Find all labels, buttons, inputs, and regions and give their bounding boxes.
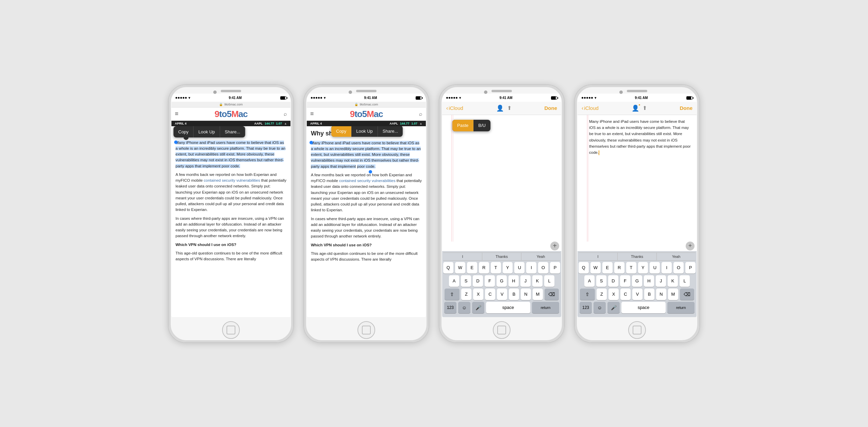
key-p-3[interactable]: P bbox=[550, 262, 560, 274]
key-e-3[interactable]: E bbox=[467, 262, 477, 274]
key-f-4[interactable]: F bbox=[620, 275, 630, 287]
done-button-4[interactable]: Done bbox=[680, 105, 692, 111]
key-t-4[interactable]: T bbox=[626, 262, 636, 274]
suggestion-i-3[interactable]: I bbox=[443, 253, 482, 260]
paste-menu-3[interactable]: Paste B/U bbox=[452, 120, 490, 132]
key-x-3[interactable]: X bbox=[473, 289, 483, 300]
link-text-1[interactable]: contained security vulnerabilities bbox=[204, 178, 260, 182]
key-q-3[interactable]: Q bbox=[443, 262, 453, 274]
key-j-3[interactable]: J bbox=[520, 275, 531, 287]
copy-button-2[interactable]: Copy bbox=[331, 126, 351, 137]
key-r-4[interactable]: R bbox=[614, 262, 624, 274]
share-button-2[interactable]: Share... bbox=[378, 126, 403, 137]
key-u-4[interactable]: U bbox=[650, 262, 660, 274]
key-n-4[interactable]: N bbox=[656, 289, 666, 300]
key-t-3[interactable]: T bbox=[491, 262, 501, 274]
key-num-4[interactable]: 123 bbox=[580, 302, 592, 313]
key-q-4[interactable]: Q bbox=[579, 262, 589, 274]
key-f-3[interactable]: F bbox=[485, 275, 495, 287]
key-i-4[interactable]: I bbox=[662, 262, 672, 274]
add-button-4[interactable]: + bbox=[686, 242, 695, 250]
key-i-3[interactable]: I bbox=[526, 262, 536, 274]
key-s-3[interactable]: S bbox=[461, 275, 471, 287]
home-button-1[interactable] bbox=[222, 321, 240, 339]
key-mic-4[interactable]: 🎤 bbox=[607, 302, 620, 313]
notes-content-3[interactable]: Paste B/U bbox=[442, 115, 561, 242]
key-m-4[interactable]: M bbox=[668, 289, 678, 300]
key-space-3[interactable]: space bbox=[486, 302, 530, 313]
key-x-4[interactable]: X bbox=[608, 289, 619, 300]
link-text-2[interactable]: contained security vulnerabilities bbox=[339, 179, 396, 183]
suggestion-i-4[interactable]: I bbox=[579, 253, 618, 260]
share-button-1[interactable]: Share... bbox=[220, 126, 246, 138]
key-y-4[interactable]: Y bbox=[638, 262, 648, 274]
key-m-3[interactable]: M bbox=[533, 289, 543, 300]
suggestion-yeah-3[interactable]: Yeah bbox=[521, 253, 560, 260]
key-w-3[interactable]: W bbox=[455, 262, 465, 274]
suggestion-yeah-4[interactable]: Yeah bbox=[657, 253, 696, 260]
key-n-3[interactable]: N bbox=[521, 289, 531, 300]
key-a-4[interactable]: A bbox=[584, 275, 595, 287]
bold-italic-underline-3[interactable]: B/U bbox=[473, 120, 490, 132]
key-e-4[interactable]: E bbox=[602, 262, 613, 274]
menu-icon-2[interactable]: ≡ bbox=[310, 110, 314, 117]
key-delete-3[interactable]: ⌫ bbox=[545, 289, 559, 300]
home-button-2[interactable] bbox=[357, 321, 375, 339]
context-menu-1[interactable]: Copy Look Up Share... bbox=[173, 126, 245, 138]
person-icon-3[interactable]: 👤 bbox=[496, 104, 504, 112]
context-menu-2[interactable]: Copy Look Up Share... bbox=[331, 126, 403, 137]
back-button-4[interactable]: ‹ iCloud bbox=[582, 105, 599, 111]
key-h-4[interactable]: H bbox=[644, 275, 654, 287]
key-g-3[interactable]: G bbox=[497, 275, 507, 287]
share-icon-3[interactable]: ⬆ bbox=[507, 105, 512, 111]
menu-icon-1[interactable]: ≡ bbox=[175, 110, 179, 117]
search-icon-1[interactable]: ⌕ bbox=[284, 111, 287, 117]
key-p-4[interactable]: P bbox=[685, 262, 696, 274]
key-y-3[interactable]: Y bbox=[503, 262, 513, 274]
lookup-button-1[interactable]: Look Up bbox=[194, 126, 220, 138]
key-num-3[interactable]: 123 bbox=[444, 302, 456, 313]
key-delete-4[interactable]: ⌫ bbox=[680, 289, 694, 300]
key-u-3[interactable]: U bbox=[514, 262, 524, 274]
key-d-4[interactable]: D bbox=[608, 275, 618, 287]
key-emoji-3[interactable]: ☺ bbox=[458, 302, 470, 313]
key-k-3[interactable]: K bbox=[532, 275, 542, 287]
key-space-4[interactable]: space bbox=[621, 302, 666, 313]
key-shift-4[interactable]: ⇧ bbox=[580, 289, 595, 300]
key-z-4[interactable]: Z bbox=[597, 289, 607, 300]
share-icon-4[interactable]: ⬆ bbox=[642, 105, 647, 111]
key-l-4[interactable]: L bbox=[680, 275, 690, 287]
home-button-4[interactable] bbox=[628, 321, 646, 339]
key-o-3[interactable]: O bbox=[538, 262, 548, 274]
suggestion-thanks-3[interactable]: Thanks bbox=[482, 253, 521, 260]
key-l-3[interactable]: L bbox=[544, 275, 554, 287]
key-return-4[interactable]: return bbox=[667, 302, 695, 313]
add-button-3[interactable]: + bbox=[550, 242, 559, 250]
home-button-3[interactable] bbox=[493, 321, 511, 339]
back-button-3[interactable]: ‹ iCloud bbox=[446, 105, 463, 111]
person-badge-icon-4[interactable]: 👤● bbox=[632, 104, 639, 112]
notes-content-4[interactable]: Many iPhone and iPad users have come to … bbox=[578, 115, 697, 242]
key-h-3[interactable]: H bbox=[508, 275, 519, 287]
key-b-4[interactable]: B bbox=[644, 289, 654, 300]
key-a-3[interactable]: A bbox=[449, 275, 459, 287]
key-c-4[interactable]: C bbox=[620, 289, 631, 300]
key-v-4[interactable]: V bbox=[632, 289, 642, 300]
key-s-4[interactable]: S bbox=[596, 275, 606, 287]
key-mic-3[interactable]: 🎤 bbox=[472, 302, 484, 313]
key-d-3[interactable]: D bbox=[473, 275, 483, 287]
lookup-button-2[interactable]: Look Up bbox=[351, 126, 378, 137]
key-r-3[interactable]: R bbox=[479, 262, 489, 274]
key-c-3[interactable]: C bbox=[485, 289, 495, 300]
suggestion-thanks-4[interactable]: Thanks bbox=[618, 253, 657, 260]
key-shift-3[interactable]: ⇧ bbox=[445, 289, 460, 300]
key-v-3[interactable]: V bbox=[497, 289, 507, 300]
key-b-3[interactable]: B bbox=[509, 289, 519, 300]
key-z-3[interactable]: Z bbox=[461, 289, 471, 300]
key-emoji-4[interactable]: ☺ bbox=[594, 302, 606, 313]
key-w-4[interactable]: W bbox=[590, 262, 601, 274]
copy-button-1[interactable]: Copy bbox=[173, 126, 194, 138]
key-k-4[interactable]: K bbox=[668, 275, 678, 287]
key-g-4[interactable]: G bbox=[632, 275, 642, 287]
done-button-3[interactable]: Done bbox=[544, 105, 557, 111]
